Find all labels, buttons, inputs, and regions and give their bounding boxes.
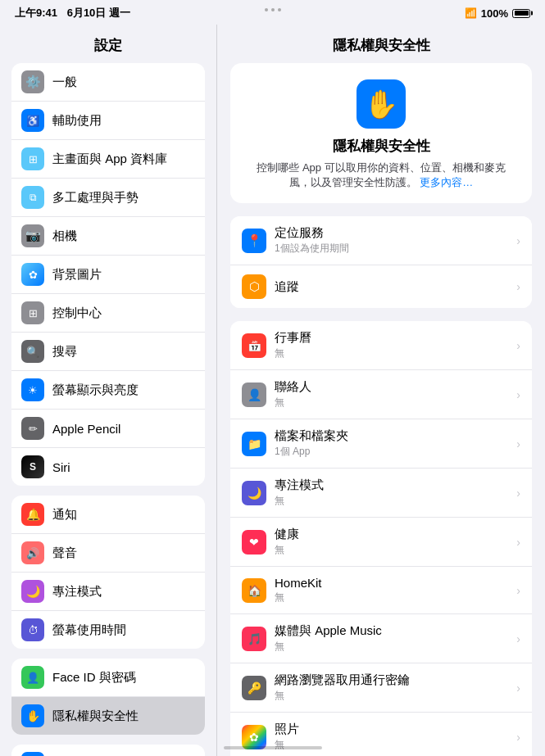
sidebar-item-controlcenter[interactable]: ⊞ 控制中心: [11, 294, 205, 333]
search-icon: 🔍: [21, 340, 44, 363]
sidebar-item-homescreen[interactable]: ⊞ 主畫面與 App 資料庫: [11, 140, 205, 179]
hero-hand-icon: ✋: [364, 88, 398, 120]
hero-icon: ✋: [357, 79, 406, 129]
accessibility-icon: ♿: [21, 109, 44, 132]
browser-right: ›: [516, 681, 520, 695]
settings-row-homekit[interactable]: 🏠 HomeKit 無 ›: [230, 567, 532, 614]
settings-row-health[interactable]: ❤ 健康 無 ›: [230, 518, 532, 567]
sidebar-item-siri[interactable]: S Siri: [11, 448, 205, 486]
settings-row-files[interactable]: 📁 檔案和檔案夾 1個 App ›: [230, 419, 532, 469]
media-subtitle: 無: [275, 640, 508, 654]
browser-title: 網路瀏覽器取用通行密鑰: [275, 672, 508, 688]
general-icon: ⚙️: [21, 70, 44, 93]
settings-row-calendar[interactable]: 📅 行事曆 無 ›: [230, 321, 532, 370]
media-right: ›: [516, 632, 520, 645]
contacts-subtitle: 無: [275, 396, 508, 410]
files-icon: 📁: [242, 432, 266, 456]
browser-chevron: ›: [516, 681, 520, 695]
settings-row-photos[interactable]: ✿ 照片 無 ›: [230, 713, 532, 756]
wallpaper-label: 背景圖片: [52, 267, 195, 283]
hero-title: 隱私權與安全性: [333, 137, 430, 156]
tracking-right: ›: [516, 280, 520, 293]
sidebar-item-notifications[interactable]: 🔔 通知: [11, 496, 205, 534]
screentime-icon: ⏱: [21, 618, 44, 641]
sidebar-item-wallpaper[interactable]: ✿ 背景圖片: [11, 256, 205, 294]
sidebar-item-focus[interactable]: 🌙 專注模式: [11, 573, 205, 611]
sidebar-item-search[interactable]: 🔍 搜尋: [11, 333, 205, 371]
media-content: 媒體與 Apple Music 無: [275, 623, 508, 654]
focus-mode-subtitle: 無: [275, 494, 508, 508]
siri-icon: S: [21, 455, 44, 478]
focus-label: 專注模式: [52, 584, 195, 600]
focus-right: ›: [516, 487, 520, 500]
media-title: 媒體與 Apple Music: [275, 623, 508, 639]
media-icon: 🎵: [242, 627, 266, 651]
location-right: ›: [516, 234, 520, 247]
status-bar: 上午9:41 6月10日 週一 📶 100%: [0, 0, 545, 25]
contacts-icon: 👤: [242, 383, 266, 407]
calendar-title: 行事曆: [275, 330, 508, 346]
controlcenter-label: 控制中心: [52, 306, 195, 321]
tracking-title: 追蹤: [275, 279, 508, 295]
status-time-date: 上午9:41 6月10日 週一: [15, 6, 130, 20]
browser-content: 網路瀏覽器取用通行密鑰 無: [275, 672, 508, 703]
sidebar-item-faceid[interactable]: 👤 Face ID 與密碼: [11, 659, 205, 697]
sidebar-scroll: ⚙️ 一般 ♿ 輔助使用 ⊞ 主畫面與 App 資料庫 ⧉ 多工處理與手勢 📷: [0, 63, 216, 756]
sidebar-item-privacy[interactable]: ✋ 隱私權與安全性: [11, 697, 205, 735]
sidebar-item-appstore[interactable]: A App Store: [11, 745, 205, 756]
sidebar-item-screentime[interactable]: ⏱ 螢幕使用時間: [11, 611, 205, 649]
display-icon: ☀: [21, 378, 44, 401]
homescreen-icon: ⊞: [21, 147, 44, 170]
sidebar-item-multitasking[interactable]: ⧉ 多工處理與手勢: [11, 179, 205, 217]
sidebar: 設定 ⚙️ 一般 ♿ 輔助使用 ⊞ 主畫面與 App 資料庫 ⧉ 多工處理: [0, 25, 217, 756]
browser-subtitle: 無: [275, 689, 508, 703]
sidebar-item-sounds[interactable]: 🔊 聲音: [11, 534, 205, 573]
settings-row-focus[interactable]: 🌙 專注模式 無 ›: [230, 469, 532, 518]
sidebar-item-camera[interactable]: 📷 相機: [11, 217, 205, 256]
settings-row-browser[interactable]: 🔑 網路瀏覽器取用通行密鑰 無 ›: [230, 663, 532, 713]
calendar-right: ›: [516, 339, 520, 352]
hero-description: 控制哪些 App 可以取用你的資料、位置、相機和麥克風，以及管理安全性防護。 更…: [247, 161, 515, 190]
pencil-label: Apple Pencil: [52, 422, 195, 436]
focus-mode-icon: 🌙: [242, 481, 266, 505]
sidebar-group-4: A App Store ● Game Center ▤ 錢包與 Apple Pa…: [11, 745, 205, 756]
calendar-content: 行事曆 無: [275, 330, 508, 360]
sidebar-group-3: 👤 Face ID 與密碼 ✋ 隱私權與安全性: [11, 659, 205, 735]
focus-mode-content: 專注模式 無: [275, 478, 508, 508]
controlcenter-icon: ⊞: [21, 301, 44, 324]
files-subtitle: 1個 App: [275, 445, 508, 459]
sidebar-item-general[interactable]: ⚙️ 一般: [11, 63, 205, 102]
hero-more-link[interactable]: 更多內容…: [420, 176, 473, 188]
display-label: 螢幕顯示與亮度: [52, 383, 195, 398]
sidebar-item-display[interactable]: ☀ 螢幕顯示與亮度: [11, 371, 205, 410]
sidebar-group-1: ⚙️ 一般 ♿ 輔助使用 ⊞ 主畫面與 App 資料庫 ⧉ 多工處理與手勢 📷: [11, 63, 205, 486]
settings-row-location[interactable]: 📍 定位服務 1個設為使用期間 ›: [230, 216, 532, 265]
settings-row-tracking[interactable]: ⬡ 追蹤 ›: [230, 265, 532, 308]
sidebar-item-accessibility[interactable]: ♿ 輔助使用: [11, 102, 205, 140]
contacts-chevron: ›: [516, 388, 520, 401]
homekit-subtitle: 無: [275, 591, 508, 604]
photos-chevron: ›: [516, 731, 520, 744]
battery-icon: [512, 9, 530, 18]
accessibility-label: 輔助使用: [52, 113, 195, 129]
calendar-subtitle: 無: [275, 346, 508, 360]
health-chevron: ›: [516, 536, 520, 549]
multitasking-icon: ⧉: [21, 186, 44, 209]
privacy-icon: ✋: [21, 704, 44, 727]
health-content: 健康 無: [275, 527, 508, 557]
tracking-chevron: ›: [516, 280, 520, 293]
settings-row-media[interactable]: 🎵 媒體與 Apple Music 無 ›: [230, 614, 532, 663]
dot-3: [278, 8, 281, 11]
battery-fill: [515, 11, 529, 16]
screentime-label: 螢幕使用時間: [52, 622, 195, 638]
status-date: 6月10日 週一: [67, 6, 130, 20]
sidebar-item-pencil[interactable]: ✏ Apple Pencil: [11, 410, 205, 448]
browser-icon: 🔑: [242, 676, 266, 700]
top-dots: [265, 8, 281, 11]
calendar-chevron: ›: [516, 339, 520, 352]
dot-1: [265, 8, 268, 11]
settings-row-contacts[interactable]: 👤 聯絡人 無 ›: [230, 370, 532, 419]
media-chevron: ›: [516, 632, 520, 645]
tracking-icon: ⬡: [242, 274, 266, 299]
wallpaper-icon: ✿: [21, 263, 44, 286]
